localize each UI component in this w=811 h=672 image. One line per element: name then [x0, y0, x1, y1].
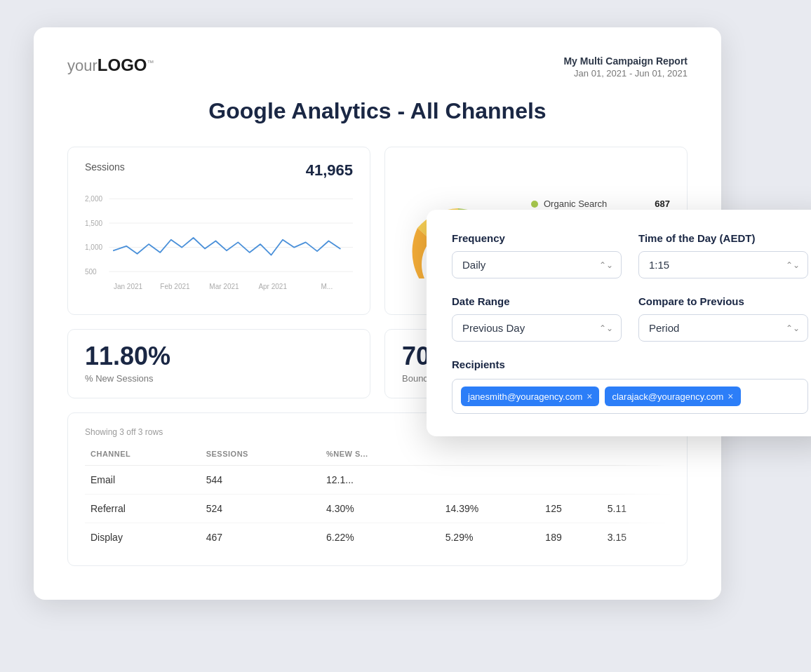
- compare-select[interactable]: Period Year None: [638, 314, 808, 342]
- cell-4: 5.29%: [440, 523, 540, 552]
- svg-text:Jan 2021: Jan 2021: [114, 283, 143, 290]
- recipients-label: Recipients: [452, 358, 808, 370]
- cell-channel: Referral: [85, 495, 201, 523]
- col-sessions: Sessions: [201, 445, 321, 466]
- cell-6: [602, 466, 670, 495]
- remove-recipient-clara[interactable]: ×: [728, 391, 733, 402]
- cell-new-s: 4.30%: [321, 495, 440, 523]
- cell-4: [440, 466, 540, 495]
- logo: yourLOGO™: [67, 55, 154, 75]
- compare-select-wrapper[interactable]: Period Year None ⌃⌄: [638, 314, 808, 342]
- svg-text:500: 500: [85, 268, 97, 276]
- remove-recipient-jane[interactable]: ×: [587, 391, 592, 402]
- cell-6: 5.11: [602, 495, 670, 523]
- table-row: Referral 524 4.30% 14.39% 125 5.11: [85, 495, 670, 523]
- recipient-email-clara: clarajack@youragency.com: [612, 391, 723, 402]
- cell-5: 125: [539, 495, 601, 523]
- legend-label-organic: Organic Search: [544, 199, 649, 209]
- cell-4: 14.39%: [440, 495, 540, 523]
- recipients-section: Recipients janesmith@youragency.com × cl…: [452, 358, 808, 414]
- cell-6: 3.15: [602, 523, 670, 552]
- svg-text:1,000: 1,000: [85, 243, 102, 251]
- legend-value-organic: 687: [655, 199, 670, 209]
- date-range-label: Date Range: [452, 295, 622, 307]
- sessions-total: 41,965: [306, 161, 353, 180]
- svg-text:Feb 2021: Feb 2021: [160, 283, 190, 290]
- time-label: Time of the Day (AEDT): [638, 232, 808, 244]
- cell-sessions: 467: [201, 523, 321, 552]
- schedule-modal: Frequency Daily Weekly Monthly ⌃⌄ Time o…: [427, 210, 811, 436]
- frequency-select-wrapper[interactable]: Daily Weekly Monthly ⌃⌄: [452, 251, 622, 278]
- report-header: yourLOGO™ My Multi Campaign Report Jan 0…: [67, 55, 688, 79]
- recipient-tag-jane: janesmith@youragency.com ×: [461, 387, 599, 406]
- col-6: [602, 445, 670, 466]
- report-date-range: Jan 01, 2021 - Jun 01, 2021: [563, 68, 688, 79]
- date-range-select[interactable]: Previous Day Last 7 Days Last 30 Days Th…: [452, 314, 622, 342]
- time-select[interactable]: 1:15 2:00 6:00 9:00: [638, 251, 808, 278]
- time-group: Time of the Day (AEDT) 1:15 2:00 6:00 9:…: [638, 232, 808, 278]
- compare-label: Compare to Previous: [638, 295, 808, 307]
- page-title: Google Analytics - All Channels: [67, 98, 688, 124]
- table-row: Email 544 12.1...: [85, 466, 670, 495]
- svg-text:2,000: 2,000: [85, 195, 102, 203]
- compare-group: Compare to Previous Period Year None ⌃⌄: [638, 295, 808, 342]
- frequency-select[interactable]: Daily Weekly Monthly: [452, 251, 622, 278]
- cell-new-s: 6.22%: [321, 523, 440, 552]
- cell-sessions: 524: [201, 495, 321, 523]
- col-4: [440, 445, 540, 466]
- table-row: Display 467 6.22% 5.29% 189 3.15: [85, 523, 670, 552]
- sessions-chart: 2,000 1,500 1,000 500 Jan 2021 Feb 2: [85, 178, 353, 300]
- frequency-group: Frequency Daily Weekly Monthly ⌃⌄: [452, 232, 622, 278]
- campaign-name: My Multi Campaign Report: [563, 55, 688, 67]
- recipient-email-jane: janesmith@youragency.com: [468, 391, 582, 402]
- cell-5: [539, 466, 601, 495]
- cell-channel: Display: [85, 523, 201, 552]
- svg-text:M...: M...: [321, 283, 333, 290]
- report-meta: My Multi Campaign Report Jan 01, 2021 - …: [563, 55, 688, 79]
- cell-new-s: 12.1...: [321, 466, 440, 495]
- data-table: Channel Sessions %New S... Email 544: [85, 445, 670, 551]
- recipient-tag-clara: clarajack@youragency.com ×: [605, 387, 740, 406]
- svg-text:1,500: 1,500: [85, 220, 102, 227]
- time-select-wrapper[interactable]: 1:15 2:00 6:00 9:00 ⌃⌄: [638, 251, 808, 278]
- cell-5: 189: [539, 523, 601, 552]
- frequency-label: Frequency: [452, 232, 622, 244]
- svg-text:Apr 2021: Apr 2021: [258, 283, 287, 290]
- cell-sessions: 544: [201, 466, 321, 495]
- metric-new-sessions: 11.80% % New Sessions: [67, 329, 370, 398]
- legend-item-organic: Organic Search 687: [531, 199, 670, 209]
- col-5: [539, 445, 601, 466]
- date-range-group: Date Range Previous Day Last 7 Days Last…: [452, 295, 622, 342]
- metric-new-sessions-value: 11.80%: [85, 344, 353, 369]
- svg-text:Mar 2021: Mar 2021: [209, 283, 239, 290]
- col-channel: Channel: [85, 445, 201, 466]
- legend-dot-organic: [531, 201, 538, 208]
- recipients-container[interactable]: janesmith@youragency.com × clarajack@you…: [452, 379, 808, 414]
- date-range-select-wrapper[interactable]: Previous Day Last 7 Days Last 30 Days Th…: [452, 314, 622, 342]
- sessions-card: Sessions 41,965 2,000 1,500 1,000 500: [67, 147, 370, 315]
- metric-new-sessions-label: % New Sessions: [85, 373, 353, 384]
- cell-channel: Email: [85, 466, 201, 495]
- col-new-s: %New S...: [321, 445, 440, 466]
